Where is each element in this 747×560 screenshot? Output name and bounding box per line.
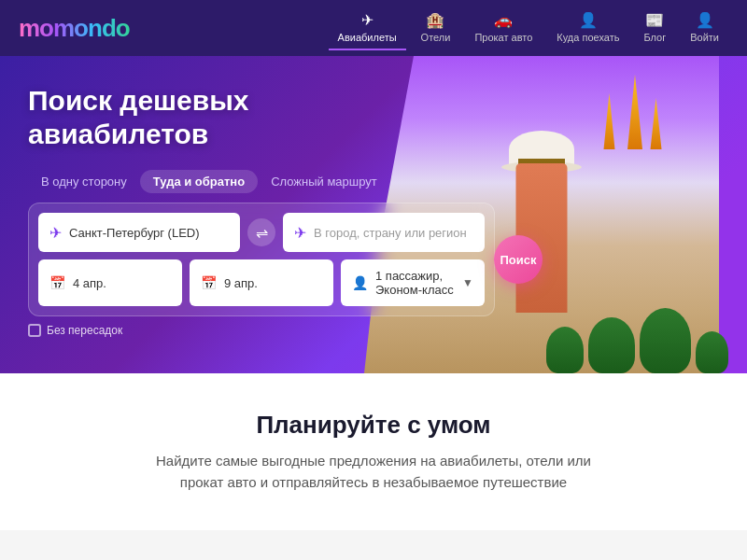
date-to-field[interactable]: 📅 9 апр. bbox=[190, 259, 333, 306]
bottom-subtitle: Найдите самые выгодные предложения на ав… bbox=[140, 451, 607, 493]
hotels-icon: 🏨 bbox=[426, 11, 444, 29]
hero-content: Поиск дешевыхавиабилетов В одну сторонуТ… bbox=[28, 84, 420, 337]
blog-icon: 📰 bbox=[645, 11, 664, 29]
nav-item-explore[interactable]: 👤Куда поехать bbox=[547, 6, 628, 50]
calendar-icon-2: 📅 bbox=[201, 275, 217, 290]
nav-item-flights[interactable]: ✈Авиабилеты bbox=[329, 6, 406, 50]
bush-3 bbox=[640, 308, 691, 373]
spire-3 bbox=[649, 98, 663, 149]
tab-one-way[interactable]: В одну сторону bbox=[28, 170, 140, 193]
car-rental-icon: 🚗 bbox=[494, 11, 513, 29]
nav-item-car-rental[interactable]: 🚗Прокат авто bbox=[465, 6, 542, 50]
bush-1 bbox=[588, 317, 635, 373]
login-icon: 👤 bbox=[696, 11, 714, 29]
passengers-value: 1 пассажир, Эконом-класс bbox=[375, 269, 455, 297]
destination-field[interactable]: ✈ В город, страну или регион bbox=[283, 213, 485, 252]
nav-item-hotels[interactable]: 🏨Отели bbox=[412, 6, 460, 50]
nav-label-flights: Авиабилеты bbox=[338, 32, 397, 43]
plane-land-icon: ✈ bbox=[294, 224, 306, 242]
flights-icon: ✈ bbox=[361, 11, 374, 29]
no-stops-row: Без пересадок bbox=[28, 324, 420, 337]
spire-1 bbox=[626, 75, 644, 149]
hero-section: Поиск дешевыхавиабилетов В одну сторонуТ… bbox=[0, 56, 747, 373]
main-nav: ✈Авиабилеты🏨Отели🚗Прокат авто👤Куда поеха… bbox=[329, 6, 728, 50]
calendar-icon: 📅 bbox=[49, 275, 65, 290]
header: momondo ✈Авиабилеты🏨Отели🚗Прокат авто👤Ку… bbox=[0, 0, 747, 56]
bottom-title: Планируйте с умом bbox=[19, 411, 728, 440]
tab-multi-city[interactable]: Сложный маршрут bbox=[258, 170, 390, 193]
date-from-value: 4 апр. bbox=[73, 276, 106, 290]
dates-passengers-row: 📅 4 апр. 📅 9 апр. 👤 1 пассажир, Эконом-к… bbox=[38, 259, 485, 306]
no-stops-checkbox[interactable] bbox=[28, 324, 41, 337]
trip-type-tabs: В одну сторонуТуда и обратноСложный марш… bbox=[28, 170, 420, 193]
nav-label-login: Войти bbox=[690, 32, 719, 43]
bushes bbox=[546, 308, 728, 373]
swap-button[interactable]: ⇌ bbox=[247, 218, 275, 246]
passengers-icon: 👤 bbox=[352, 275, 368, 290]
bush-2 bbox=[546, 327, 584, 373]
search-box: ✈ Санкт-Петербург (LED) ⇌ ✈ В город, стр… bbox=[28, 203, 495, 316]
chevron-down-icon: ▼ bbox=[462, 276, 473, 289]
no-stops-label: Без пересадок bbox=[47, 324, 122, 337]
spire-2 bbox=[602, 93, 616, 149]
logo[interactable]: momondo bbox=[19, 14, 130, 43]
origin-value: Санкт-Петербург (LED) bbox=[69, 226, 229, 240]
explore-icon: 👤 bbox=[579, 11, 598, 29]
nav-label-car-rental: Прокат авто bbox=[474, 32, 532, 43]
nav-label-blog: Блог bbox=[643, 32, 666, 43]
location-row: ✈ Санкт-Петербург (LED) ⇌ ✈ В город, стр… bbox=[38, 213, 485, 252]
plane-takeoff-icon: ✈ bbox=[49, 224, 62, 242]
tab-round-trip[interactable]: Туда и обратно bbox=[140, 170, 258, 193]
hero-title: Поиск дешевыхавиабилетов bbox=[28, 84, 420, 151]
date-from-field[interactable]: 📅 4 апр. bbox=[38, 259, 182, 306]
search-button[interactable]: Поиск bbox=[494, 235, 543, 284]
nav-item-login[interactable]: 👤Войти bbox=[681, 6, 728, 50]
origin-field[interactable]: ✈ Санкт-Петербург (LED) bbox=[38, 213, 240, 252]
passengers-field[interactable]: 👤 1 пассажир, Эконом-класс ▼ bbox=[341, 259, 485, 306]
nav-label-hotels: Отели bbox=[421, 32, 451, 43]
destination-placeholder: В город, страну или регион bbox=[314, 226, 473, 240]
bottom-section: Планируйте с умом Найдите самые выгодные… bbox=[0, 373, 747, 530]
date-to-value: 9 апр. bbox=[224, 276, 258, 290]
bush-4 bbox=[696, 331, 728, 373]
nav-label-explore: Куда поехать bbox=[557, 32, 619, 43]
nav-item-blog[interactable]: 📰Блог bbox=[634, 6, 675, 50]
